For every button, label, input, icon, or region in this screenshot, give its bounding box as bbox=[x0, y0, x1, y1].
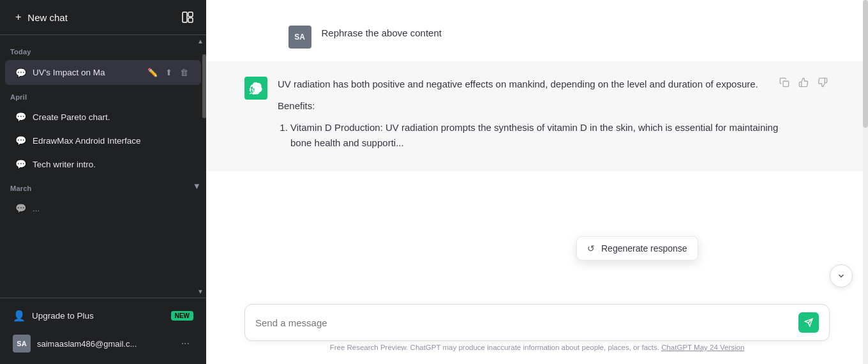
ai-para-1: UV radiation has both positive and negat… bbox=[278, 77, 791, 92]
footer-disclaimer: Free Research Preview. ChatGPT may produ… bbox=[330, 344, 661, 351]
right-scrollbar-thumb bbox=[863, 0, 868, 128]
user-message-row: SA Rephrase the above content bbox=[250, 13, 825, 61]
chat-item-title: Tech writer intro. bbox=[33, 160, 191, 169]
sidebar-header: + New chat bbox=[0, 0, 206, 35]
input-box bbox=[244, 304, 830, 341]
ai-avatar bbox=[244, 77, 267, 100]
message-input[interactable] bbox=[255, 317, 798, 328]
section-march: March bbox=[0, 177, 42, 196]
upgrade-button[interactable]: 👤 Upgrade to Plus NEW bbox=[5, 303, 201, 328]
plus-icon: + bbox=[15, 11, 21, 23]
ai-list: Vitamin D Production: UV radiation promp… bbox=[278, 120, 791, 151]
send-button[interactable] bbox=[798, 312, 819, 333]
scroll-down-indicator: ▼ bbox=[197, 288, 204, 295]
footer-text: Free Research Preview. ChatGPT may produ… bbox=[244, 341, 830, 351]
regenerate-label[interactable]: Regenerate response bbox=[601, 243, 687, 254]
chat-item-title: ... bbox=[33, 204, 191, 213]
chat-item-title: Create Pareto chart. bbox=[33, 112, 191, 122]
main-content: SA Rephrase the above content UV radiati… bbox=[206, 0, 868, 364]
user-menu-button[interactable]: ··· bbox=[177, 337, 193, 351]
user-row[interactable]: SA saimaaslam486@gmail.c... ··· bbox=[5, 328, 201, 359]
chat-icon: 💬 bbox=[15, 135, 26, 146]
layout-icon bbox=[182, 11, 193, 23]
sidebar-bottom: 👤 Upgrade to Plus NEW SA saimaaslam486@g… bbox=[0, 298, 206, 364]
chat-item-title: UV's Impact on Ma bbox=[33, 68, 138, 77]
chat-item-edrawmax[interactable]: 💬 EdrawMax Android Interface bbox=[5, 129, 201, 152]
section-today: Today bbox=[0, 40, 206, 59]
thumbs-up-button[interactable] bbox=[797, 75, 811, 91]
copy-button[interactable] bbox=[777, 75, 791, 91]
delete-chat-button[interactable]: 🗑 bbox=[177, 66, 191, 79]
right-scrollbar bbox=[863, 0, 868, 364]
new-chat-label: New chat bbox=[27, 12, 68, 23]
chat-item-pareto[interactable]: 💬 Create Pareto chart. bbox=[5, 105, 201, 128]
layout-button[interactable] bbox=[177, 6, 198, 28]
chat-item-uvs-impact[interactable]: 💬 UV's Impact on Ma ✏️ ⬆ 🗑 bbox=[5, 60, 201, 85]
scroll-up-indicator: ▲ bbox=[197, 38, 204, 45]
chat-item-march[interactable]: 💬 ... bbox=[5, 197, 201, 220]
edit-chat-button[interactable]: ✏️ bbox=[145, 66, 160, 79]
regenerate-popup: ↺ Regenerate response bbox=[576, 236, 698, 261]
chat-icon: 💬 bbox=[15, 159, 26, 169]
thumbs-down-button[interactable] bbox=[816, 75, 830, 91]
scroll-down-button[interactable] bbox=[830, 264, 853, 287]
svg-rect-3 bbox=[783, 81, 789, 87]
section-april: April bbox=[0, 86, 206, 105]
chat-item-title: EdrawMax Android Interface bbox=[33, 136, 191, 146]
ai-message-content: UV radiation has both positive and negat… bbox=[278, 77, 791, 156]
ai-message-actions bbox=[777, 75, 830, 91]
chevron-down-icon bbox=[837, 271, 846, 280]
chat-icon: 💬 bbox=[15, 112, 26, 122]
ai-list-item-1: Vitamin D Production: UV radiation promp… bbox=[290, 120, 791, 151]
user-icon: 👤 bbox=[13, 310, 26, 322]
sidebar-nav: Today 💬 UV's Impact on Ma ✏️ ⬆ 🗑 April 💬… bbox=[0, 35, 206, 298]
regenerate-icon: ↺ bbox=[587, 243, 595, 254]
user-avatar: SA bbox=[13, 335, 31, 353]
upgrade-label: Upgrade to Plus bbox=[32, 311, 94, 321]
input-area: Free Research Preview. ChatGPT may produ… bbox=[206, 296, 868, 364]
ai-para-2: Benefits: bbox=[278, 98, 791, 114]
ai-message-row: UV radiation has both positive and negat… bbox=[206, 61, 868, 171]
svg-rect-2 bbox=[188, 18, 193, 22]
new-chat-button[interactable]: + New chat bbox=[8, 6, 172, 28]
sidebar: + New chat Today 💬 UV's Impact on Ma ✏️ … bbox=[0, 0, 206, 364]
chat-item-actions: ✏️ ⬆ 🗑 bbox=[145, 66, 191, 79]
svg-rect-1 bbox=[188, 12, 193, 17]
chat-messages: SA Rephrase the above content UV radiati… bbox=[206, 0, 868, 296]
footer-version-link[interactable]: ChatGPT May 24 Version bbox=[661, 344, 744, 351]
share-chat-button[interactable]: ⬆ bbox=[163, 66, 175, 79]
chat-icon: 💬 bbox=[15, 203, 26, 213]
new-badge: NEW bbox=[171, 311, 193, 321]
user-email: saimaaslam486@gmail.c... bbox=[37, 339, 171, 349]
user-message-content: Rephrase the above content bbox=[322, 26, 786, 41]
user-message-text: Rephrase the above content bbox=[322, 27, 442, 38]
svg-rect-0 bbox=[183, 12, 187, 22]
user-avatar: SA bbox=[288, 26, 311, 49]
send-icon bbox=[804, 318, 813, 327]
chat-icon: 💬 bbox=[15, 68, 26, 78]
chat-item-techwriter[interactable]: 💬 Tech writer intro. bbox=[5, 153, 201, 176]
